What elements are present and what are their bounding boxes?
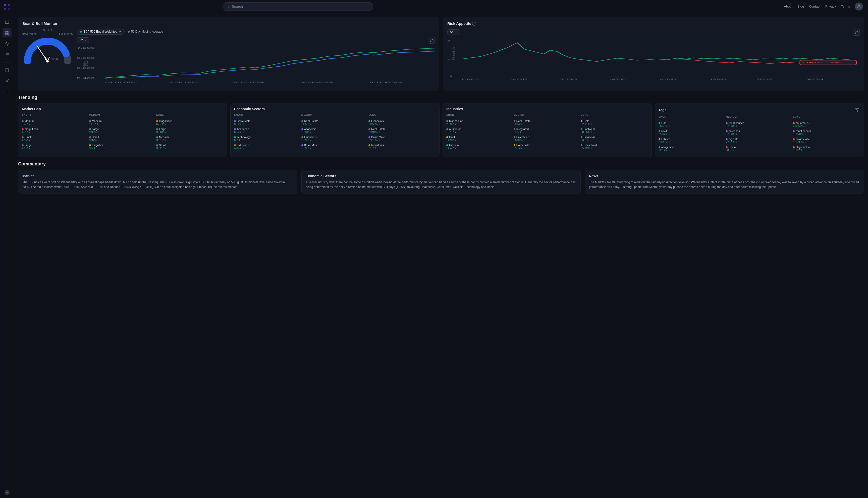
nav-about[interactable]: About: [784, 4, 792, 8]
nav-terms[interactable]: Terms: [841, 4, 850, 8]
svg-text:Current: -2.83%: Current: -2.83%: [803, 62, 841, 64]
trend-cell[interactable]: magnificen... 3.5%: [89, 144, 156, 149]
bear-bull-chart-area: S&P 500 Equal Weighted 50 Day Moving Ave…: [77, 29, 435, 87]
trend-cell[interactable]: renal cancer 87.63%: [726, 121, 793, 128]
trend-cell[interactable]: magnificen... 62.71%: [156, 119, 223, 126]
trend-cell[interactable]: antennas 87.63%: [726, 130, 793, 135]
svg-point-14: [6, 81, 8, 82]
trend-cell[interactable]: Real Estate 14.55%: [301, 119, 369, 126]
industries-header: SHORT MEDIUM LONG: [446, 114, 648, 118]
trend-cell[interactable]: Coal 14.92%: [446, 135, 514, 142]
commentary-title: Commentary: [18, 161, 864, 167]
svg-rect-6: [5, 33, 7, 35]
trend-cell[interactable]: Basic Mate... 8.14%: [234, 119, 301, 126]
trend-cell[interactable]: Gas 26.59%: [659, 121, 726, 128]
nav-privacy[interactable]: Privacy: [825, 4, 836, 8]
trend-cell[interactable]: Medium 5.49%: [22, 119, 89, 126]
tags-filter-icon[interactable]: [854, 107, 860, 113]
analytics-icon[interactable]: [2, 88, 12, 97]
trend-cell[interactable]: Financials 10.99%: [301, 135, 369, 142]
dashboard-icon[interactable]: [2, 28, 12, 37]
trend-cell[interactable]: Small 9.92%: [89, 135, 156, 142]
trend-cell[interactable]: China 58.6%: [726, 146, 793, 152]
nav-blog[interactable]: Blog: [798, 4, 804, 8]
risk-info-icon[interactable]: i: [472, 22, 476, 26]
trend-cell[interactable]: Real Estate 23.94%: [368, 128, 436, 133]
trend-cell[interactable]: Gold 62.11%: [581, 119, 648, 126]
time-selector-1y[interactable]: 1Y: [77, 37, 89, 43]
trend-cell[interactable]: RNA 25.62%: [659, 130, 726, 135]
tags-rows: Gas 26.59% renal cancer 87.63% squamous …: [659, 121, 860, 152]
trend-cell[interactable]: Medium 11.57%: [89, 119, 156, 126]
trend-cell[interactable]: Lithium 23.33%: [659, 137, 726, 144]
trend-cell[interactable]: Footwear 58.56%: [581, 128, 648, 133]
trend-cell[interactable]: Marine Port... 26.92%: [446, 119, 514, 126]
industries-card: Industries SHORT MEDIUM LONG Marine Port…: [442, 103, 652, 157]
trend-cell[interactable]: Aluminum 15.15%: [446, 128, 514, 133]
trend-cell[interactable]: Large 9.99%: [89, 128, 156, 133]
svg-point-2: [4, 8, 6, 10]
gauge-labels: Bear Market Bull Market: [22, 32, 73, 35]
bear-bull-chart: 7,200 6,600 6,000 5,400 Price: [77, 46, 435, 87]
trend-cell[interactable]: Small 30.28%: [156, 144, 223, 149]
settings-icon[interactable]: [2, 77, 12, 86]
trend-cell[interactable]: Real Estate ... 30.57%: [514, 119, 581, 126]
market-cap-header: SHORT MEDIUM LONG: [22, 114, 223, 118]
trend-cell[interactable]: Basic Mate... 10.98%: [301, 144, 369, 149]
risk-expand-button[interactable]: [853, 29, 860, 36]
user-avatar[interactable]: [855, 2, 863, 11]
search-input[interactable]: [222, 2, 373, 11]
trend-cell[interactable]: magnificen... 4.78%: [22, 128, 89, 133]
trend-cell[interactable]: Uranium 14.46%: [446, 144, 514, 149]
svg-line-26: [430, 40, 431, 41]
bear-bull-card: Bear & Bull Monitor Neutral Bear Market …: [18, 17, 439, 91]
sidebar-collapse-button[interactable]: »: [4, 490, 10, 495]
commentary-sectors-card: Economic Sectors At a sub industry level…: [301, 170, 581, 194]
svg-text:10/2019: 10/2019: [510, 78, 528, 80]
bear-bull-content: Neutral Bear Market Bull Market: [22, 29, 435, 87]
table-row: Marine Port... 26.92% Real Estate ... 30…: [446, 119, 648, 126]
chart-controls: S&P 500 Equal Weighted 50 Day Moving Ave…: [77, 29, 435, 35]
chart-bar-icon[interactable]: [2, 39, 12, 48]
sp500-selector[interactable]: S&P 500 Equal Weighted: [77, 29, 125, 35]
expand-button[interactable]: [428, 37, 435, 44]
trend-cell[interactable]: Homebuildi... 25.12%: [514, 144, 581, 149]
list-icon[interactable]: [2, 50, 12, 59]
risk-time-selector[interactable]: 5Y: [447, 29, 460, 35]
trend-cell[interactable]: Financial T... 56.3%: [581, 135, 648, 142]
trend-cell[interactable]: renal cancer 180.44%: [793, 130, 860, 135]
trend-cell[interactable]: Academic ... 13.34%: [301, 128, 369, 133]
trend-cell[interactable]: oligonucleo... 158.2%: [793, 146, 860, 152]
trend-cell[interactable]: Small 4.17%: [22, 135, 89, 142]
trend-cell[interactable]: squamous ... 214.52%: [793, 121, 860, 128]
svg-text:6: 6: [447, 39, 451, 42]
trend-cell[interactable]: colorectal c... 165.98%: [793, 137, 860, 144]
bookmark-icon[interactable]: [2, 66, 12, 75]
trend-cell[interactable]: Industrials 4.87%: [234, 144, 301, 149]
trend-cell[interactable]: big data 77.71%: [726, 137, 793, 144]
trend-cell[interactable]: Large 4.12%: [22, 144, 89, 149]
svg-rect-7: [7, 33, 9, 35]
market-cap-title: Market Cap: [22, 107, 223, 111]
search-bar: [222, 2, 373, 11]
trend-cell[interactable]: Diversified ... 26.01%: [514, 135, 581, 142]
trend-cell[interactable]: Homebuildi... 55.12%: [581, 144, 648, 149]
trend-cell[interactable]: Financials 28.58%: [368, 119, 436, 126]
trend-cell[interactable]: Integrated ... 29.5%: [514, 128, 581, 133]
trend-cell[interactable]: allogeneic t... 22.14%: [659, 146, 726, 152]
app-logo: [3, 3, 11, 11]
main-content: About Blog Contact Privacy Terms Bear & …: [14, 0, 868, 498]
svg-point-3: [8, 8, 10, 10]
trend-cell[interactable]: Industrials 21.7%: [368, 144, 436, 149]
economic-sectors-card: Economic Sectors SHORT MEDIUM LONG Basic…: [230, 103, 440, 157]
nav-contact[interactable]: Contact: [809, 4, 820, 8]
home-icon[interactable]: [2, 17, 12, 26]
trend-cell[interactable]: Academic ... 6.52%: [234, 128, 301, 133]
trend-cell[interactable]: Technology 6.2%: [234, 135, 301, 142]
trend-cell[interactable]: Large 36.84%: [156, 128, 223, 133]
trend-cell[interactable]: Basic Mate... 23.15%: [368, 135, 436, 142]
risk-appetite-card: Risk Appetite i 5Y: [443, 17, 864, 91]
table-row: Small 4.17% Small 9.92% Medium 35.12%: [22, 135, 223, 142]
svg-line-19: [228, 7, 229, 8]
trend-cell[interactable]: Medium 35.12%: [156, 135, 223, 142]
